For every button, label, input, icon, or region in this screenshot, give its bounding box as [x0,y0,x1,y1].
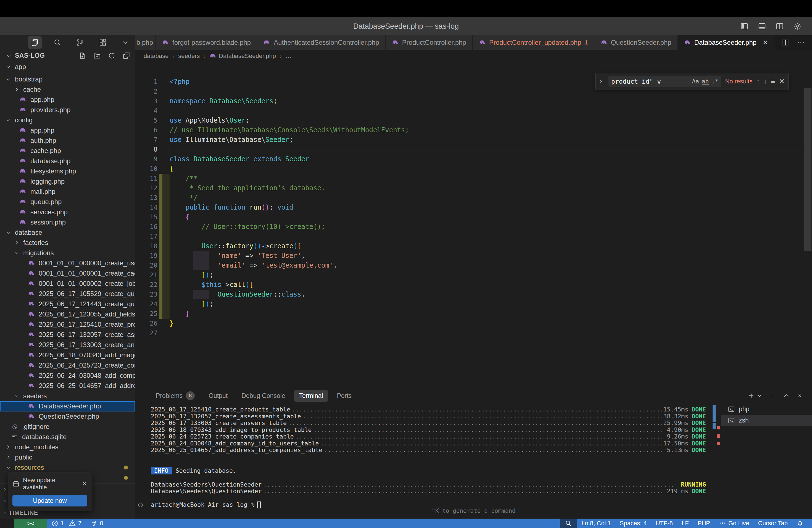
code-line[interactable]: 12 * Seed the application's database. [135,184,812,193]
tree-item[interactable]: migrations [0,248,135,258]
tree-item[interactable]: 0001_01_01_000000_create_users_ta... [0,258,135,268]
tree-item[interactable]: database.php [0,156,135,166]
explorer-header[interactable]: SAS-LOG [0,50,135,62]
tree-item[interactable]: mail.php [0,187,135,197]
breadcrumb[interactable]: database›seeders›DatabaseSeeder.php›… [135,50,812,62]
panel-tab[interactable]: Output [204,390,233,402]
editor-tab[interactable]: ProductController.php [386,35,473,50]
code-line[interactable]: 17 [135,232,812,241]
toggle-secondary-sidebar-icon[interactable] [775,22,784,30]
code-line[interactable]: 21 ]); [135,270,812,280]
refresh-icon[interactable] [108,52,115,59]
tree-item[interactable]: 2025_06_17_133003_create_answers_... [0,340,135,350]
tree-item[interactable]: database.sqlite [0,432,135,442]
panel-tab[interactable]: Debug Console [236,390,290,402]
code-line[interactable]: 20 'email' => 'test@example.com', [135,261,812,270]
tree-item[interactable]: filesystems.php [0,166,135,176]
find-next-icon[interactable]: ↓ [764,77,767,85]
tree-item[interactable]: cache [0,85,135,95]
go-live-button[interactable]: Go Live [714,520,754,527]
code-line[interactable]: 16 // User::factory(10)->create(); [135,222,812,232]
terminal-instance[interactable]: zsh [721,415,812,426]
toggle-sidebar-icon[interactable] [740,22,749,30]
find-close-icon[interactable]: ✕ [779,77,785,85]
indentation[interactable]: Spaces: 4 [615,520,651,527]
update-now-button[interactable]: Update now [12,495,87,507]
close-tab-icon[interactable]: ✕ [763,39,768,46]
find-in-selection-icon[interactable]: ≡ [771,77,775,85]
tree-item[interactable]: DatabaseSeeder.php [0,401,135,411]
code-editor[interactable]: 1<?php23namespace Database\Seeders;45use… [135,62,812,389]
editor-more-actions-icon[interactable]: ⋯ [797,38,805,47]
breadcrumb-item[interactable]: seeders [178,53,200,60]
tree-item[interactable]: .gitignore [0,422,135,432]
code-line[interactable]: 13 */ [135,193,812,203]
panel-tab[interactable]: Problems8 [151,389,200,402]
code-line[interactable]: 3namespace Database\Seeders; [135,97,812,106]
search-status-icon[interactable] [560,518,577,528]
code-line[interactable]: 4 [135,106,812,116]
tree-item[interactable]: 2025_06_24_030048_add_company_... [0,371,135,381]
tree-item[interactable]: public [0,452,135,463]
search-icon[interactable] [50,36,64,49]
tree-item[interactable]: 0001_01_01_000001_create_cache_ta... [0,268,135,279]
code-line[interactable]: 6// use Illuminate\Database\Console\Seed… [135,126,812,135]
encoding[interactable]: UTF-8 [651,520,677,527]
tree-item[interactable]: database [0,228,135,238]
extensions-icon[interactable] [96,36,110,49]
editor-tab[interactable]: AuthenticatedSessionController.php [257,35,386,50]
panel-close-icon[interactable]: ✕ [798,393,801,398]
tree-item[interactable]: app [0,62,135,72]
tree-item[interactable]: providers.php [0,105,135,115]
tree-item[interactable]: QuestionSeeder.php [0,411,135,422]
tree-item[interactable]: logging.php [0,176,135,187]
tree-item[interactable]: 2025_06_24_025723_create_compan... [0,361,135,371]
source-control-icon[interactable] [73,36,87,49]
toggle-panel-icon[interactable] [758,22,766,30]
tree-item[interactable]: 2025_06_18_070343_add_image_to_... [0,350,135,361]
explorer-icon[interactable] [28,36,42,49]
editor-tab[interactable]: ProductController_updated.php1 [473,35,594,50]
tree-item[interactable]: 2025_06_25_014657_add_address_to... [0,381,135,391]
tree-item[interactable]: node_modules [0,442,135,452]
ports-status[interactable]: 0 [86,520,108,527]
notifications-bell-icon[interactable] [792,520,808,527]
tree-item[interactable]: app.php [0,126,135,136]
code-line[interactable]: 19 'name' => 'Test User', [135,251,812,261]
code-line[interactable]: 11 /** [135,174,812,184]
code-line[interactable]: 7use Illuminate\Database\Seeder; [135,135,812,145]
find-expand-chevron-icon[interactable]: › [597,78,605,85]
tree-item[interactable]: factories [0,238,135,248]
code-line[interactable]: 8 [135,145,812,155]
problems-status[interactable]: 1 7 [47,520,86,527]
editor-tab[interactable]: b.php [135,35,156,50]
terminal-scrollbar-decorations[interactable] [712,402,721,518]
new-folder-icon[interactable] [93,52,101,59]
remote-indicator[interactable]: >< [14,518,47,528]
match-case-icon[interactable]: Aa [692,78,699,85]
whole-word-icon[interactable]: ab [702,78,709,85]
tree-item[interactable]: auth.php [0,136,135,146]
tree-item[interactable]: 2025_06_17_132057_create_assessme... [0,330,135,340]
tree-item[interactable]: queue.php [0,197,135,207]
code-line[interactable]: 18 User::factory()->create([ [135,241,812,251]
new-terminal-icon[interactable] [748,392,762,399]
settings-gear-icon[interactable] [793,22,802,31]
terminal-output[interactable]: 2025_06_17_125410_create_products_table.… [135,402,712,518]
find-input[interactable]: product_id" v Aa ab .* [608,76,721,87]
code-line[interactable]: 22 $this->call([ [135,280,812,290]
tree-item[interactable]: 2025_06_17_121443_create_questions... [0,299,135,309]
eol-sequence[interactable]: LF [677,520,693,527]
tree-item[interactable]: 2025_06_17_105529_create_question... [0,289,135,299]
panel-maximize-icon[interactable] [783,392,789,399]
editor-tab[interactable]: forgot-password.blade.php [156,35,257,50]
more-views-chevron-icon[interactable] [118,36,133,49]
tree-item[interactable]: cache.php [0,146,135,156]
code-line[interactable]: 9class DatabaseSeeder extends Seeder [135,155,812,164]
code-line[interactable]: 25 } [135,309,812,319]
regex-icon[interactable]: .* [711,78,719,85]
collapse-all-icon[interactable] [122,52,130,59]
split-editor-icon[interactable] [782,39,789,46]
code-line[interactable]: 5use App\Models\User; [135,116,812,126]
panel-more-actions-icon[interactable]: ⋯ [770,393,775,398]
